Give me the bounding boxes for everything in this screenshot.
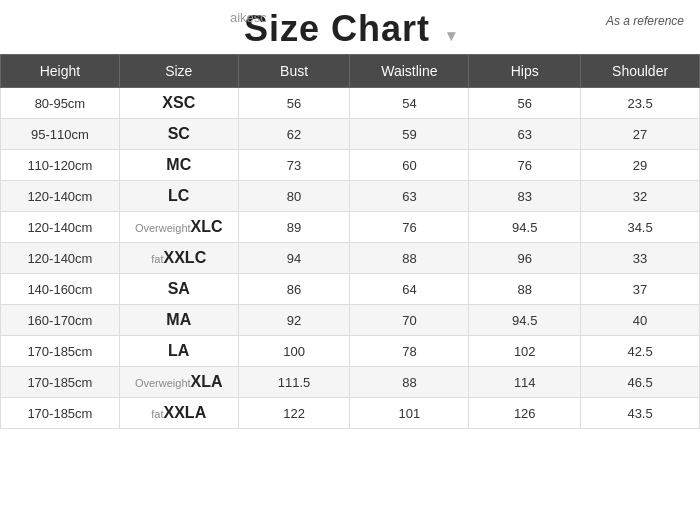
cell-hips: 94.5	[469, 305, 581, 336]
cell-size: OverweightXLA	[119, 367, 238, 398]
table-row: 120-140cmfatXXLC94889633	[1, 243, 700, 274]
col-header-shoulder: Shoulder	[581, 55, 700, 88]
cell-shoulder: 34.5	[581, 212, 700, 243]
cell-height: 110-120cm	[1, 150, 120, 181]
cell-waist: 64	[350, 274, 469, 305]
cell-height: 140-160cm	[1, 274, 120, 305]
cell-hips: 83	[469, 181, 581, 212]
table-row: 170-185cmLA1007810242.5	[1, 336, 700, 367]
page-wrapper: aikesc Size Chart ▾ As a reference Heigh…	[0, 0, 700, 514]
col-header-waist: Waistline	[350, 55, 469, 88]
cell-bust: 100	[238, 336, 350, 367]
cell-size: SC	[119, 119, 238, 150]
cell-hips: 126	[469, 398, 581, 429]
cell-waist: 78	[350, 336, 469, 367]
cell-hips: 114	[469, 367, 581, 398]
cell-size: XSC	[119, 88, 238, 119]
cell-waist: 76	[350, 212, 469, 243]
cell-height: 80-95cm	[1, 88, 120, 119]
cell-size: LC	[119, 181, 238, 212]
cell-bust: 62	[238, 119, 350, 150]
cell-shoulder: 43.5	[581, 398, 700, 429]
table-row: 170-185cmOverweightXLA111.58811446.5	[1, 367, 700, 398]
cell-bust: 89	[238, 212, 350, 243]
cell-shoulder: 32	[581, 181, 700, 212]
cell-shoulder: 27	[581, 119, 700, 150]
cell-height: 120-140cm	[1, 243, 120, 274]
cell-bust: 94	[238, 243, 350, 274]
cell-shoulder: 23.5	[581, 88, 700, 119]
cell-hips: 96	[469, 243, 581, 274]
cell-bust: 73	[238, 150, 350, 181]
cell-height: 170-185cm	[1, 398, 120, 429]
dropdown-icon[interactable]: ▾	[447, 27, 456, 44]
cell-size: OverweightXLC	[119, 212, 238, 243]
cell-waist: 63	[350, 181, 469, 212]
cell-bust: 122	[238, 398, 350, 429]
cell-hips: 88	[469, 274, 581, 305]
table-row: 80-95cmXSC56545623.5	[1, 88, 700, 119]
cell-hips: 56	[469, 88, 581, 119]
table-row: 120-140cmLC80638332	[1, 181, 700, 212]
cell-bust: 111.5	[238, 367, 350, 398]
col-header-hips: Hips	[469, 55, 581, 88]
cell-shoulder: 46.5	[581, 367, 700, 398]
table-row: 120-140cmOverweightXLC897694.534.5	[1, 212, 700, 243]
header: aikesc Size Chart ▾ As a reference	[0, 0, 700, 54]
cell-size: LA	[119, 336, 238, 367]
cell-waist: 88	[350, 367, 469, 398]
cell-height: 120-140cm	[1, 181, 120, 212]
cell-hips: 63	[469, 119, 581, 150]
cell-waist: 88	[350, 243, 469, 274]
cell-height: 95-110cm	[1, 119, 120, 150]
col-header-bust: Bust	[238, 55, 350, 88]
col-header-height: Height	[1, 55, 120, 88]
table-row: 170-185cmfatXXLA12210112643.5	[1, 398, 700, 429]
cell-waist: 54	[350, 88, 469, 119]
cell-hips: 94.5	[469, 212, 581, 243]
cell-shoulder: 40	[581, 305, 700, 336]
cell-size: fatXXLC	[119, 243, 238, 274]
table-row: 160-170cmMA927094.540	[1, 305, 700, 336]
cell-height: 160-170cm	[1, 305, 120, 336]
table-header-row: Height Size Bust Waistline Hips Shoulder	[1, 55, 700, 88]
cell-height: 170-185cm	[1, 336, 120, 367]
size-chart-table: Height Size Bust Waistline Hips Shoulder…	[0, 54, 700, 429]
cell-height: 120-140cm	[1, 212, 120, 243]
cell-hips: 76	[469, 150, 581, 181]
cell-bust: 86	[238, 274, 350, 305]
cell-size: MA	[119, 305, 238, 336]
col-header-size: Size	[119, 55, 238, 88]
page-title: Size Chart ▾	[244, 8, 456, 50]
cell-bust: 56	[238, 88, 350, 119]
cell-shoulder: 33	[581, 243, 700, 274]
cell-shoulder: 42.5	[581, 336, 700, 367]
cell-shoulder: 29	[581, 150, 700, 181]
cell-waist: 59	[350, 119, 469, 150]
cell-shoulder: 37	[581, 274, 700, 305]
cell-size: fatXXLA	[119, 398, 238, 429]
table-row: 140-160cmSA86648837	[1, 274, 700, 305]
reference-text: As a reference	[606, 14, 684, 28]
cell-size: SA	[119, 274, 238, 305]
cell-bust: 92	[238, 305, 350, 336]
cell-size: MC	[119, 150, 238, 181]
cell-waist: 70	[350, 305, 469, 336]
cell-height: 170-185cm	[1, 367, 120, 398]
cell-waist: 60	[350, 150, 469, 181]
table-row: 95-110cmSC62596327	[1, 119, 700, 150]
cell-hips: 102	[469, 336, 581, 367]
cell-bust: 80	[238, 181, 350, 212]
table-row: 110-120cmMC73607629	[1, 150, 700, 181]
cell-waist: 101	[350, 398, 469, 429]
brand-name: aikesc	[230, 10, 267, 25]
